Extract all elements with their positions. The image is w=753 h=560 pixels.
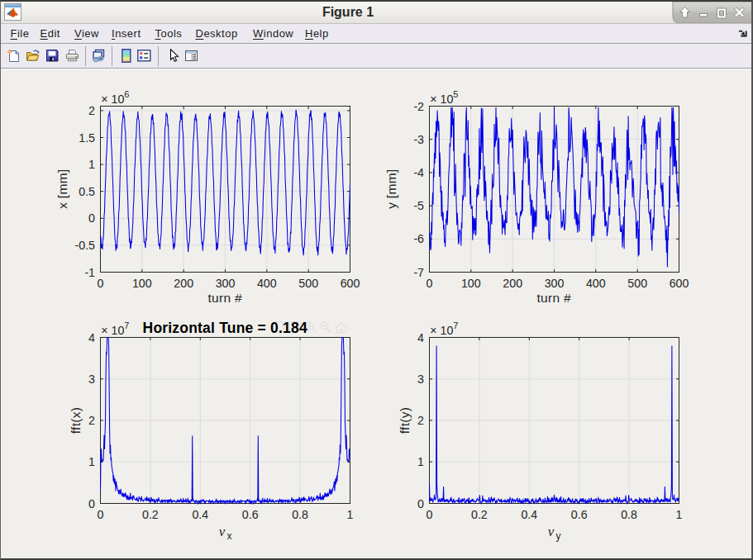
svg-text:× 107: × 107 <box>430 320 458 337</box>
svg-text:4: 4 <box>88 331 95 344</box>
svg-text:1: 1 <box>88 455 95 468</box>
svg-text:500: 500 <box>627 277 647 290</box>
svg-text:3: 3 <box>88 373 95 386</box>
svg-text:-2: -2 <box>413 100 424 113</box>
svg-text:0.4: 0.4 <box>521 508 537 521</box>
svg-text:100: 100 <box>132 277 152 290</box>
svg-text:100: 100 <box>461 277 481 290</box>
svg-text:400: 400 <box>586 277 606 290</box>
svg-text:400: 400 <box>257 277 277 290</box>
svg-text:0: 0 <box>427 508 433 521</box>
svg-text:× 106: × 106 <box>101 89 129 106</box>
svg-text:-3: -3 <box>413 133 424 146</box>
svg-text:300: 300 <box>216 277 236 290</box>
svg-text:turn #: turn # <box>536 291 571 305</box>
svg-text:600: 600 <box>670 277 689 290</box>
svg-text:x [mm]: x [mm] <box>55 169 69 209</box>
svg-text:ν: ν <box>548 524 555 539</box>
svg-text:fft(y): fft(y) <box>398 407 412 434</box>
svg-text:600: 600 <box>341 277 360 290</box>
svg-text:0.8: 0.8 <box>292 508 308 521</box>
svg-text:1: 1 <box>347 508 354 521</box>
svg-text:-1: -1 <box>84 266 95 279</box>
svg-text:-5: -5 <box>413 199 424 212</box>
svg-text:y: y <box>556 530 561 542</box>
svg-text:0.8: 0.8 <box>621 508 637 521</box>
svg-text:1: 1 <box>417 455 424 468</box>
svg-text:0: 0 <box>88 211 95 225</box>
svg-text:1: 1 <box>88 158 95 171</box>
svg-text:fft(x): fft(x) <box>69 407 83 434</box>
svg-text:-6: -6 <box>413 232 424 245</box>
svg-text:0.6: 0.6 <box>571 508 588 521</box>
svg-text:-4: -4 <box>413 166 424 179</box>
svg-text:turn #: turn # <box>207 291 242 305</box>
svg-text:3: 3 <box>417 373 424 386</box>
svg-text:1: 1 <box>676 508 683 521</box>
svg-text:1.5: 1.5 <box>79 131 95 145</box>
svg-text:300: 300 <box>545 277 565 290</box>
svg-text:0.5: 0.5 <box>79 185 95 198</box>
svg-text:-0.5: -0.5 <box>75 239 96 252</box>
svg-text:200: 200 <box>503 277 522 290</box>
svg-text:0: 0 <box>98 508 104 521</box>
svg-text:0: 0 <box>417 497 424 510</box>
svg-text:-7: -7 <box>413 266 424 279</box>
svg-text:0.2: 0.2 <box>471 508 488 521</box>
svg-text:ν: ν <box>219 524 226 539</box>
svg-text:0.2: 0.2 <box>142 508 159 521</box>
svg-text:× 107: × 107 <box>101 320 129 337</box>
svg-text:× 105: × 105 <box>430 89 458 106</box>
svg-text:200: 200 <box>174 277 193 290</box>
svg-text:4: 4 <box>417 331 424 344</box>
svg-text:y [mm]: y [mm] <box>384 169 398 209</box>
svg-text:2: 2 <box>88 104 95 117</box>
svg-text:0.4: 0.4 <box>192 508 208 521</box>
svg-text:0: 0 <box>98 277 104 290</box>
svg-text:x: x <box>227 530 232 542</box>
svg-text:2: 2 <box>417 414 424 427</box>
svg-text:2: 2 <box>88 414 95 427</box>
svg-text:0: 0 <box>427 277 433 290</box>
svg-text:0.6: 0.6 <box>242 508 259 521</box>
svg-text:500: 500 <box>298 277 318 290</box>
svg-text:0: 0 <box>88 497 95 510</box>
